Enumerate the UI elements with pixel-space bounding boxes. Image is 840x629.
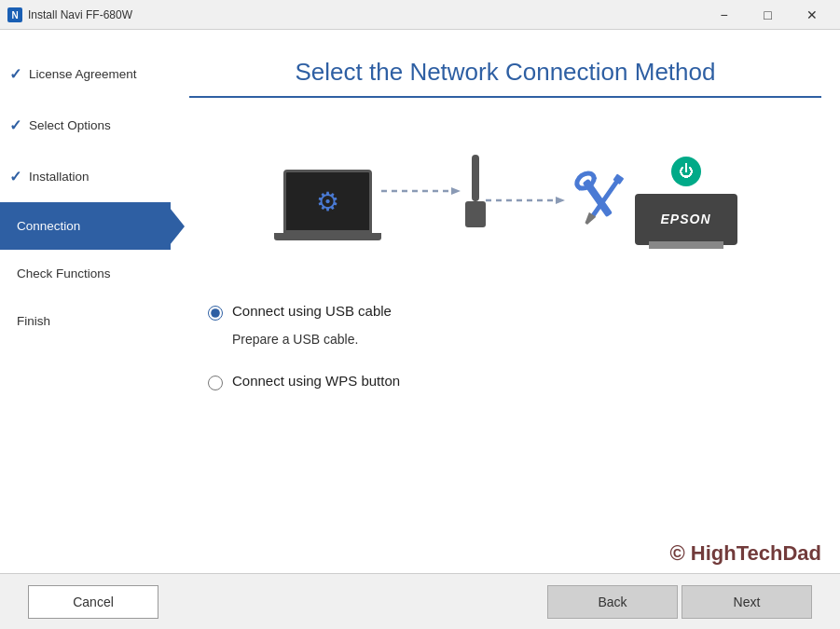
svg-marker-5 xyxy=(556,197,565,204)
watermark: © HighTechDad xyxy=(171,541,840,573)
content-area: Select the Network Connection Method ⚙ xyxy=(171,30,840,573)
connection-line-1 xyxy=(381,185,465,197)
power-button-icon: ⏻ xyxy=(671,157,701,186)
app-icon: N xyxy=(7,7,22,22)
connection-options: Connect using USB cable Prepare a USB ca… xyxy=(208,303,803,390)
printer-icon: ⏻ EPSON xyxy=(635,157,737,245)
page-title: Select the Network Connection Method xyxy=(227,58,784,87)
watermark-text: © HighTechDad xyxy=(670,541,821,565)
printer-brand-label: EPSON xyxy=(660,212,710,226)
connection-line-2 xyxy=(486,195,570,206)
content-main: ⚙ xyxy=(171,98,840,541)
content-header: Select the Network Connection Method xyxy=(189,30,821,98)
option-usb-row: Connect using USB cable xyxy=(208,303,803,321)
usb-sublabel: Prepare a USB cable. xyxy=(232,332,803,347)
wps-radio[interactable] xyxy=(208,376,223,390)
window-controls: − □ ✕ xyxy=(703,0,833,30)
sidebar-item-installation[interactable]: ✓ Installation xyxy=(0,151,171,202)
router-antenna xyxy=(472,155,479,201)
check-icon-license: ✓ xyxy=(9,65,21,83)
window-title: Install Navi FF-680W xyxy=(28,8,703,21)
dashed-arrow-1 xyxy=(381,185,465,197)
sidebar-label-select-options: Select Options xyxy=(29,118,111,132)
laptop-screen: ⚙ xyxy=(283,170,372,233)
sidebar-item-connection[interactable]: Connection xyxy=(0,202,171,250)
gear-icon: ⚙ xyxy=(316,186,339,217)
router-body xyxy=(465,201,486,227)
maximize-button[interactable]: □ xyxy=(747,0,789,30)
titlebar: N Install Navi FF-680W − □ ✕ xyxy=(0,0,840,30)
sidebar-item-check-functions[interactable]: Check Functions xyxy=(0,250,171,297)
sidebar-item-finish[interactable]: Finish xyxy=(0,297,171,345)
sidebar-item-license[interactable]: ✓ License Agreement xyxy=(0,48,171,100)
nav-buttons: Back Next xyxy=(547,585,812,619)
sidebar-label-installation: Installation xyxy=(29,170,90,184)
tools-icon xyxy=(570,166,635,244)
close-button[interactable]: ✕ xyxy=(791,0,833,30)
sidebar-label-connection: Connection xyxy=(17,219,80,233)
printer-body: EPSON xyxy=(635,194,737,245)
laptop-icon: ⚙ xyxy=(274,170,381,240)
sidebar-item-select-options[interactable]: ✓ Select Options xyxy=(0,100,171,151)
check-icon-select-options: ✓ xyxy=(9,116,21,134)
laptop-base xyxy=(274,233,381,240)
sidebar-label-finish: Finish xyxy=(17,314,50,328)
sidebar-label-license: License Agreement xyxy=(29,67,137,81)
back-button[interactable]: Back xyxy=(547,585,678,619)
printer-paper xyxy=(649,241,723,249)
minimize-button[interactable]: − xyxy=(703,0,745,30)
option-wps-row: Connect using WPS button xyxy=(208,373,803,390)
usb-label[interactable]: Connect using USB cable xyxy=(232,303,392,319)
cancel-button[interactable]: Cancel xyxy=(28,585,158,619)
router-icon xyxy=(465,155,486,227)
check-icon-installation: ✓ xyxy=(9,168,21,185)
svg-text:N: N xyxy=(11,10,18,21)
bottom-bar: Cancel Back Next xyxy=(0,573,840,629)
svg-marker-3 xyxy=(451,187,461,195)
next-button[interactable]: Next xyxy=(682,585,812,619)
sidebar: ✓ License Agreement ✓ Select Options ✓ I… xyxy=(0,30,171,573)
usb-radio[interactable] xyxy=(208,306,223,321)
sidebar-label-check-functions: Check Functions xyxy=(17,267,111,280)
dashed-arrow-2 xyxy=(486,195,570,206)
wps-label[interactable]: Connect using WPS button xyxy=(232,373,400,389)
app-body: ✓ License Agreement ✓ Select Options ✓ I… xyxy=(0,30,840,573)
connection-illustration: ⚙ xyxy=(208,116,803,303)
